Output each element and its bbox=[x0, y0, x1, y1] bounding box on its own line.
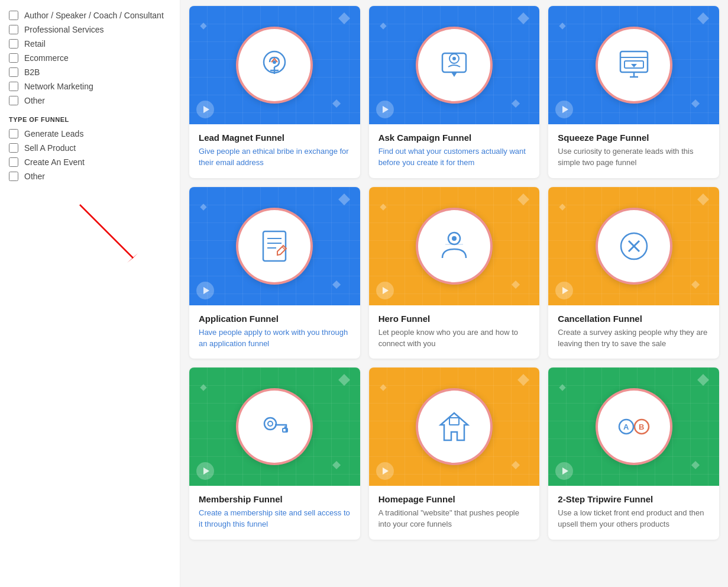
funnel-icon-badge-homepage bbox=[416, 388, 493, 465]
diamond-decoration bbox=[200, 204, 206, 210]
funnel-type-section: TYPE OF FUNNEL Generate Leads Sell A Pro… bbox=[9, 116, 171, 181]
diamond-decoration bbox=[332, 280, 341, 289]
diamond-decoration bbox=[517, 12, 529, 24]
diamond-decoration bbox=[697, 374, 709, 386]
checkbox-ecommerce-label: Ecommerce bbox=[24, 53, 69, 63]
svg-text:B: B bbox=[639, 422, 644, 431]
play-button-homepage[interactable] bbox=[376, 462, 394, 480]
diamond-decoration bbox=[380, 385, 386, 391]
funnel-card-image-application bbox=[189, 187, 360, 305]
funnel-icon-badge-hero bbox=[416, 208, 493, 285]
checkbox-b2b[interactable]: B2B bbox=[9, 67, 171, 77]
checkbox-generate[interactable]: Generate Leads bbox=[9, 129, 171, 138]
funnel-card-ask-campaign[interactable]: Ask Campaign Funnel Find out what your c… bbox=[369, 6, 540, 178]
funnel-card-lead-magnet[interactable]: Lead Magnet Funnel Give people an ethica… bbox=[189, 6, 360, 178]
funnel-card-image-tripwire: A B bbox=[548, 367, 719, 486]
play-button-squeeze-page[interactable] bbox=[555, 101, 573, 118]
funnel-card-body-membership: Membership Funnel Create a membership si… bbox=[189, 486, 360, 540]
diamond-decoration bbox=[559, 385, 566, 391]
funnel-title-lead-magnet: Lead Magnet Funnel bbox=[199, 133, 351, 143]
funnel-title-ask-campaign: Ask Campaign Funnel bbox=[378, 133, 530, 143]
svg-text:A: A bbox=[623, 422, 629, 431]
funnel-card-homepage[interactable]: Homepage Funnel A traditional "website" … bbox=[369, 367, 540, 540]
funnel-desc-cancellation: Create a survey asking people why they a… bbox=[558, 327, 710, 350]
checkbox-other1-label: Other bbox=[24, 96, 45, 105]
annotation-arrow-container bbox=[9, 199, 171, 270]
funnel-card-squeeze-page[interactable]: Squeeze Page Funnel Use curiosity to gen… bbox=[548, 6, 719, 178]
funnel-card-hero[interactable]: Hero Funnel Let people know who you are … bbox=[369, 187, 540, 359]
play-button-cancellation[interactable] bbox=[555, 282, 573, 299]
play-button-tripwire[interactable] bbox=[555, 462, 573, 480]
funnel-card-image-membership bbox=[189, 367, 360, 486]
funnel-icon-badge-ask-campaign bbox=[416, 27, 493, 104]
funnel-icon-badge-membership bbox=[236, 388, 313, 465]
red-arrow-icon bbox=[68, 199, 145, 270]
funnel-title-membership: Membership Funnel bbox=[199, 494, 351, 504]
checkbox-ecommerce[interactable]: Ecommerce bbox=[9, 53, 171, 63]
funnel-title-tripwire: 2-Step Tripwire Funnel bbox=[558, 494, 710, 504]
sidebar: Author / Speaker / Coach / Consultant Pr… bbox=[0, 0, 180, 587]
diamond-decoration bbox=[697, 12, 709, 24]
funnel-card-image-cancellation bbox=[548, 187, 719, 305]
checkbox-event[interactable]: Create An Event bbox=[9, 157, 171, 167]
funnel-card-image-hero bbox=[369, 187, 540, 305]
diamond-decoration bbox=[338, 374, 350, 386]
diamond-decoration bbox=[200, 22, 206, 29]
funnel-title-cancellation: Cancellation Funnel bbox=[558, 314, 710, 324]
checkbox-other1[interactable]: Other bbox=[9, 96, 171, 105]
diamond-decoration bbox=[691, 99, 700, 108]
main-content: Lead Magnet Funnel Give people an ethica… bbox=[180, 0, 728, 587]
diamond-decoration bbox=[380, 204, 386, 210]
funnel-card-body-ask-campaign: Ask Campaign Funnel Find out what your c… bbox=[369, 124, 540, 178]
funnel-desc-hero: Let people know who you are and how to c… bbox=[378, 327, 530, 350]
diamond-decoration bbox=[512, 99, 520, 108]
checkbox-generate-label: Generate Leads bbox=[24, 129, 83, 138]
diamond-decoration bbox=[338, 12, 350, 24]
funnel-title-application: Application Funnel bbox=[199, 314, 351, 324]
funnel-desc-lead-magnet: Give people an ethical bribe in exchange… bbox=[199, 146, 351, 169]
funnel-card-application[interactable]: Application Funnel Have people apply to … bbox=[189, 187, 360, 359]
funnel-card-image-homepage bbox=[369, 367, 540, 486]
funnel-desc-homepage: A traditional "website" that pushes peop… bbox=[378, 508, 530, 530]
checkbox-author-label: Author / Speaker / Coach / Consultant bbox=[24, 11, 164, 20]
diamond-decoration bbox=[691, 461, 700, 469]
diamond-decoration bbox=[559, 204, 566, 210]
funnel-card-membership[interactable]: Membership Funnel Create a membership si… bbox=[189, 367, 360, 540]
diamond-decoration bbox=[200, 385, 206, 391]
checkbox-b2b-label: B2B bbox=[24, 67, 40, 77]
checkbox-retail[interactable]: Retail bbox=[9, 39, 171, 49]
funnel-card-body-hero: Hero Funnel Let people know who you are … bbox=[369, 305, 540, 359]
funnel-desc-squeeze-page: Use curiosity to generate leads with thi… bbox=[558, 146, 710, 169]
checkbox-other2-label: Other bbox=[24, 172, 45, 181]
funnel-card-cancellation[interactable]: Cancellation Funnel Create a survey aski… bbox=[548, 187, 719, 359]
funnel-card-image-lead-magnet bbox=[189, 6, 360, 124]
funnel-title-hero: Hero Funnel bbox=[378, 314, 530, 324]
svg-point-24 bbox=[268, 421, 273, 426]
funnel-card-body-homepage: Homepage Funnel A traditional "website" … bbox=[369, 486, 540, 540]
diamond-decoration bbox=[380, 22, 386, 29]
funnel-card-body-tripwire: 2-Step Tripwire Funnel Use a low ticket … bbox=[548, 486, 719, 540]
funnel-icon-badge-squeeze-page bbox=[596, 27, 672, 104]
funnel-card-tripwire[interactable]: A B 2-Step Tripwire Funnel Use a low tic… bbox=[548, 367, 719, 540]
play-button-application[interactable] bbox=[196, 282, 214, 299]
funnel-desc-application: Have people apply to work with you throu… bbox=[199, 327, 351, 350]
svg-point-23 bbox=[264, 418, 276, 430]
checkbox-professional[interactable]: Professional Services bbox=[9, 25, 171, 34]
funnel-icon-badge-lead-magnet bbox=[236, 27, 313, 104]
funnel-title-homepage: Homepage Funnel bbox=[378, 494, 530, 504]
checkbox-network[interactable]: Network Marketing bbox=[9, 82, 171, 91]
play-button-membership[interactable] bbox=[196, 462, 214, 480]
play-button-ask-campaign[interactable] bbox=[376, 101, 394, 118]
play-button-hero[interactable] bbox=[376, 282, 394, 299]
funnel-icon-badge-tripwire: A B bbox=[596, 388, 672, 465]
svg-point-18 bbox=[452, 236, 457, 241]
funnel-card-image-squeeze-page bbox=[548, 6, 719, 124]
diamond-decoration bbox=[512, 461, 520, 469]
funnel-desc-ask-campaign: Find out what your customers actually wa… bbox=[378, 146, 530, 169]
funnel-card-body-squeeze-page: Squeeze Page Funnel Use curiosity to gen… bbox=[548, 124, 719, 178]
checkbox-author[interactable]: Author / Speaker / Coach / Consultant bbox=[9, 11, 171, 20]
checkbox-other2[interactable]: Other bbox=[9, 172, 171, 181]
play-button-lead-magnet[interactable] bbox=[196, 101, 214, 118]
checkbox-sell[interactable]: Sell A Product bbox=[9, 143, 171, 153]
funnel-icon-badge-application bbox=[236, 208, 313, 285]
